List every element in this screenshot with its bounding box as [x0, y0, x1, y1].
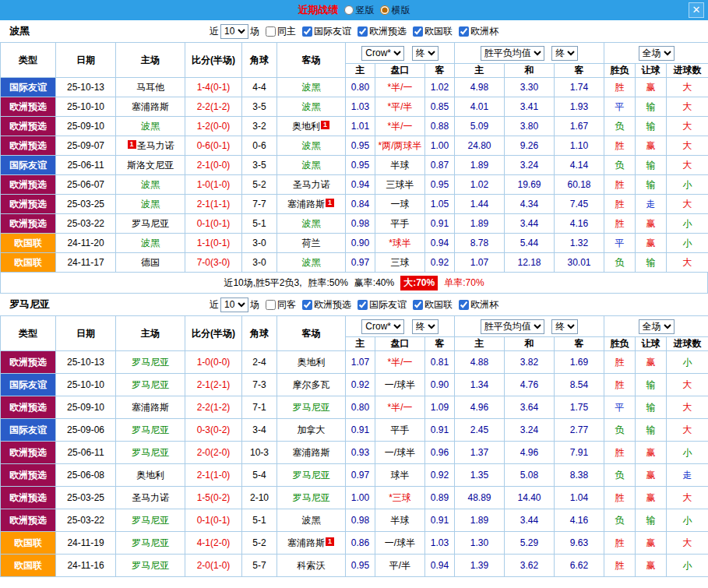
matches-table-bosnia: 类型 日期 主场 比分(半场) 角球 客场 Crow* 终 胜平负均值 终 — [0, 42, 708, 273]
comp-label-3: 欧国联 — [424, 298, 453, 312]
competition-type-cell: 欧洲预选 — [1, 509, 56, 532]
handicap-cell: *半/一 — [375, 396, 425, 419]
subcol-handicap-result: 让球 — [636, 337, 667, 351]
vertical-radio[interactable] — [344, 5, 354, 15]
comp-filter-4[interactable]: 欧洲杯 — [459, 25, 498, 38]
subcol-odds-away: 客 — [425, 64, 455, 78]
handicap-cell: 一/球半 — [375, 532, 425, 555]
competition-type-cell: 欧洲预选 — [1, 136, 56, 156]
corner-cell: 5-2 — [242, 532, 277, 555]
odds-final-select[interactable]: 终 — [412, 319, 439, 334]
avg-home-cell: 5.09 — [455, 117, 505, 136]
comp-filter-1[interactable]: 国际友谊 — [302, 25, 351, 38]
comp-filter-2[interactable]: 国际友谊 — [358, 298, 407, 312]
recent-count-select[interactable]: 10 — [220, 298, 248, 312]
match-row: 欧洲预选25-10-13罗马尼亚1-0(0-0)2-4奥地利1.07*半/一0.… — [1, 351, 708, 374]
avg-home-cell: 1.02 — [455, 175, 505, 195]
date-cell: 25-10-13 — [56, 78, 116, 97]
layout-vertical-option[interactable]: 竖版 — [344, 4, 375, 17]
score-cell: 0-3(0-2) — [185, 419, 242, 442]
avg-home-cell: 24.80 — [455, 136, 505, 156]
handicap-result-cell: 赢 — [636, 487, 667, 509]
avg-draw-cell: 4.34 — [505, 195, 555, 214]
goals-result-cell: 大 — [667, 195, 708, 214]
avg-away-cell: 6.62 — [555, 555, 604, 577]
team-label: 波黑 — [141, 199, 160, 209]
comp-filter-4[interactable]: 欧洲杯 — [459, 298, 498, 312]
team-label: 波黑 — [302, 218, 321, 229]
team-label: 罗马尼亚 — [132, 537, 169, 548]
avg-home-cell: 48.89 — [455, 487, 505, 509]
result-cell: 负 — [604, 253, 636, 273]
away-odds-cell: 1.02 — [425, 78, 455, 97]
competition-type-cell: 欧洲预选 — [1, 195, 56, 214]
handicap-cell: 球半 — [375, 464, 425, 487]
layout-horizontal-option[interactable]: 横版 — [380, 4, 410, 17]
same-venue-filter[interactable]: 同主 — [266, 25, 296, 38]
away-odds-cell: 0.94 — [425, 234, 455, 253]
match-row: 欧洲预选25-03-25圣马力诺1-5(0-2)2-10罗马尼亚1.00*三球0… — [1, 487, 708, 509]
same-venue-filter[interactable]: 同客 — [266, 298, 296, 312]
matches-table-romania: 类型 日期 主场 比分(半场) 角球 客场 Crow* 终 胜平负均值 终 — [0, 315, 708, 577]
odds-source-select[interactable]: Crow* — [361, 46, 404, 61]
fulltime-group-header: 全场 — [604, 43, 708, 64]
summary-record: 近10场,胜5平2负3, — [224, 276, 301, 290]
corner-cell: 7-7 — [242, 195, 277, 214]
avg-away-cell: 1.93 — [555, 97, 604, 117]
comp-filter-2[interactable]: 欧洲预选 — [358, 25, 407, 38]
handicap-cell: 一/球半 — [375, 442, 425, 464]
filter-row-romania: 罗马尼亚 近 10 场 同客 欧洲预选 国际友谊 欧国联 — [0, 294, 708, 315]
date-cell: 25-10-10 — [56, 374, 116, 396]
comp-checkbox-4[interactable] — [459, 300, 469, 310]
same-venue-checkbox[interactable] — [266, 26, 276, 37]
comp-checkbox-3[interactable] — [413, 26, 423, 37]
fulltime-select[interactable]: 全场 — [639, 46, 675, 61]
away-odds-cell: 1.09 — [425, 396, 455, 419]
comp-filter-3[interactable]: 欧国联 — [413, 298, 453, 312]
team-title: 波黑 — [9, 24, 30, 38]
comp-checkbox-2[interactable] — [358, 26, 368, 37]
score-cell: 2-2(1-2) — [185, 97, 242, 117]
avg-away-cell: 60.18 — [555, 175, 604, 195]
home-odds-cell: 0.80 — [346, 78, 375, 97]
avg-draw-cell: 3.82 — [505, 351, 555, 374]
same-venue-checkbox[interactable] — [266, 300, 276, 310]
away-team-cell: 波黑 — [277, 509, 346, 532]
home-odds-cell: 0.91 — [346, 419, 375, 442]
recent-count-select[interactable]: 10 — [220, 24, 248, 39]
avg-final-select[interactable]: 终 — [551, 319, 578, 334]
avg-away-cell: 1.32 — [555, 234, 604, 253]
match-row: 欧洲预选25-03-22罗马尼亚0-1(0-1)5-1波黑0.98半球0.911… — [1, 509, 708, 532]
avg-odds-select[interactable]: 胜平负均值 — [481, 319, 544, 334]
comp-checkbox-1[interactable] — [302, 26, 312, 37]
comp-filter-1[interactable]: 欧洲预选 — [302, 298, 351, 312]
odds-final-select[interactable]: 终 — [412, 46, 439, 61]
home-odds-cell: 0.98 — [346, 509, 375, 532]
comp-checkbox-3[interactable] — [413, 300, 423, 310]
comp-checkbox-4[interactable] — [459, 26, 469, 37]
fulltime-select[interactable]: 全场 — [639, 319, 675, 334]
window-title: 近期战绩 — [298, 3, 339, 17]
score-cell: 4-1(2-0) — [185, 532, 242, 555]
games-label: 场 — [250, 25, 259, 38]
avg-odds-select[interactable]: 胜平负均值 — [481, 46, 544, 61]
avg-away-cell: 8.38 — [555, 464, 604, 487]
date-cell: 25-09-07 — [56, 136, 116, 156]
team-label: 罗马尼亚 — [132, 424, 169, 435]
close-button[interactable]: ✕ — [689, 2, 704, 18]
avg-final-select[interactable]: 终 — [551, 46, 578, 61]
away-team-cell: 罗马尼亚 — [277, 464, 346, 487]
team-label: 波黑 — [302, 160, 321, 171]
comp-checkbox-1[interactable] — [302, 300, 312, 310]
comp-checkbox-2[interactable] — [358, 300, 368, 310]
corner-cell: 3-0 — [242, 234, 277, 253]
avg-draw-cell: 3.62 — [505, 555, 555, 577]
team-label: 波黑 — [302, 140, 321, 151]
away-odds-cell: 0.85 — [425, 97, 455, 117]
avg-draw-cell: 9.26 — [505, 136, 555, 156]
handicap-result-cell: 走 — [636, 195, 667, 214]
odds-source-select[interactable]: Crow* — [361, 319, 404, 334]
competition-type-cell: 国际友谊 — [1, 156, 56, 175]
comp-filter-3[interactable]: 欧国联 — [413, 25, 453, 38]
horizontal-radio[interactable] — [380, 5, 389, 15]
